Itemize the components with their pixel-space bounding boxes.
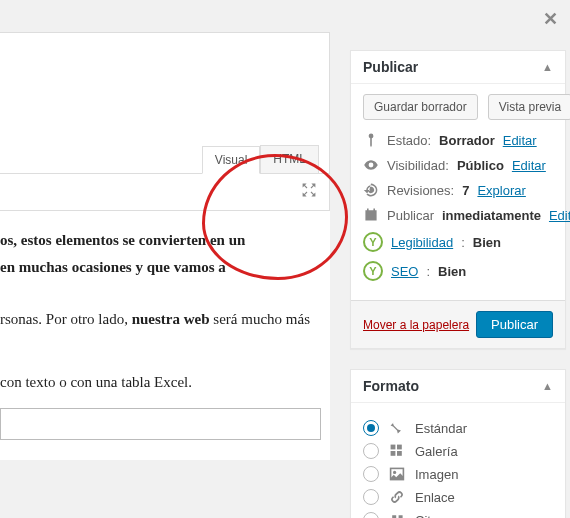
seo-link[interactable]: SEO [391, 264, 418, 279]
svg-rect-1 [397, 445, 402, 450]
format-label: Imagen [415, 467, 458, 482]
revisions-label: Revisiones: [387, 183, 454, 198]
trash-link[interactable]: Mover a la papelera [363, 318, 469, 332]
sidebar: Publicar ▲ Guardar borrador Vista previa… [350, 50, 566, 518]
format-option-quote[interactable]: Cita [363, 512, 553, 518]
status-label: Estado: [387, 133, 431, 148]
gallery-icon [389, 443, 405, 459]
publish-button[interactable]: Publicar [476, 311, 553, 338]
schedule-value: inmediatamente [442, 208, 541, 223]
format-panel-title: Formato [363, 378, 419, 394]
editor-column: Visual HTML os, estos elementos se convi… [0, 32, 330, 460]
format-label: Estándar [415, 421, 467, 436]
radio-checked-icon [363, 420, 379, 436]
publish-panel: Publicar ▲ Guardar borrador Vista previa… [350, 50, 566, 349]
content-line4: con texto o con una tabla Excel. [0, 374, 192, 390]
radio-icon [363, 466, 379, 482]
radio-icon [363, 443, 379, 459]
publish-panel-title: Publicar [363, 59, 418, 75]
format-panel-header[interactable]: Formato ▲ [351, 370, 565, 403]
table-placeholder [0, 408, 321, 440]
revisions-icon [363, 182, 379, 198]
fullscreen-icon[interactable] [301, 182, 317, 198]
status-edit-link[interactable]: Editar [503, 133, 537, 148]
content-line3a: rsonas. Por otro lado, [0, 311, 132, 327]
svg-rect-2 [391, 451, 396, 456]
status-value: Borrador [439, 133, 495, 148]
seo-score-icon: Y [363, 261, 383, 281]
image-icon [389, 466, 405, 482]
schedule-edit-link[interactable]: Editar [549, 208, 570, 223]
preview-button[interactable]: Vista previa [488, 94, 570, 120]
schedule-label: Publicar [387, 208, 434, 223]
calendar-icon [363, 207, 379, 223]
readability-value: Bien [473, 235, 501, 250]
pin-icon [363, 132, 379, 148]
radio-icon [363, 489, 379, 505]
tab-html[interactable]: HTML [260, 145, 319, 173]
format-option-standard[interactable]: Estándar [363, 420, 553, 436]
editor-mode-tabs: Visual HTML [202, 145, 319, 173]
visibility-value: Público [457, 158, 504, 173]
format-label: Enlace [415, 490, 455, 505]
readability-score-icon: Y [363, 232, 383, 252]
content-line1: os, estos elementos se convierten en un [0, 232, 245, 248]
format-label: Galería [415, 444, 458, 459]
caret-up-icon: ▲ [542, 380, 553, 392]
format-panel: Formato ▲ Estándar Galería Imagen [350, 369, 566, 518]
content-line2: en muchas ocasiones y que vamos a [0, 259, 226, 275]
tab-visual[interactable]: Visual [202, 146, 260, 174]
format-label: Cita [415, 513, 438, 519]
readability-link[interactable]: Legibilidad [391, 235, 453, 250]
close-icon[interactable]: ✕ [543, 8, 558, 30]
content-line3b: nuestra web [132, 311, 210, 327]
format-option-image[interactable]: Imagen [363, 466, 553, 482]
pin-icon [389, 420, 405, 436]
svg-rect-0 [391, 445, 396, 450]
format-option-link[interactable]: Enlace [363, 489, 553, 505]
editor-content[interactable]: os, estos elementos se convierten en un … [0, 211, 330, 460]
editor-title-area: Visual HTML [0, 33, 330, 174]
link-icon [389, 489, 405, 505]
quote-icon [389, 512, 405, 518]
content-line3c: será mucho más [210, 311, 310, 327]
svg-point-5 [393, 471, 396, 474]
save-draft-button[interactable]: Guardar borrador [363, 94, 478, 120]
svg-rect-3 [397, 451, 402, 456]
publish-panel-header[interactable]: Publicar ▲ [351, 51, 565, 84]
format-option-gallery[interactable]: Galería [363, 443, 553, 459]
revisions-link[interactable]: Explorar [477, 183, 525, 198]
editor-toolbar [0, 174, 330, 211]
seo-value: Bien [438, 264, 466, 279]
caret-up-icon: ▲ [542, 61, 553, 73]
eye-icon [363, 157, 379, 173]
revisions-value: 7 [462, 183, 469, 198]
visibility-label: Visibilidad: [387, 158, 449, 173]
radio-icon [363, 512, 379, 518]
visibility-edit-link[interactable]: Editar [512, 158, 546, 173]
